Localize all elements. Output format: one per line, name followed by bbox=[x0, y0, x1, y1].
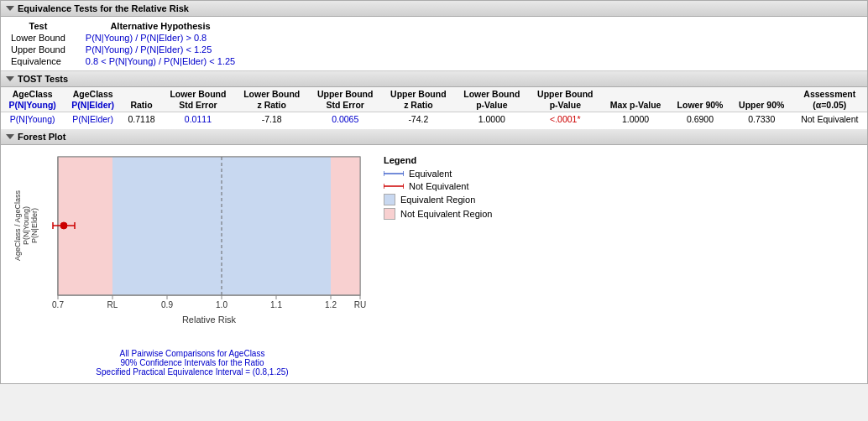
th-agecls1: AgeClassP(N|Young) bbox=[1, 87, 64, 112]
td-lower90: 0.6900 bbox=[669, 112, 731, 127]
legend-item-not-equivalent: Not Equivalent bbox=[384, 181, 492, 191]
tost-table: AgeClassP(N|Young) AgeClassP(N|Elder) Ra… bbox=[1, 87, 867, 126]
test-label-lb: Lower Bound bbox=[8, 32, 69, 44]
tost-section: TOST Tests AgeClassP(N|Young) AgeClassP(… bbox=[1, 71, 867, 126]
forest-plot-container: 0.7 RL 0.9 1.0 1.1 bbox=[8, 148, 377, 377]
test-label-ub: Upper Bound bbox=[8, 44, 69, 55]
forest-content: 0.7 RL 0.9 1.0 1.1 bbox=[1, 145, 867, 380]
td-assessment: Not Equivalent bbox=[792, 112, 867, 127]
main-container: Equivalence Tests for the Relative Risk … bbox=[0, 0, 868, 384]
td-upper90: 0.7330 bbox=[731, 112, 792, 127]
svg-text:RL: RL bbox=[107, 300, 118, 309]
th-agecls2: AgeClassP(N|Elder) bbox=[64, 87, 122, 112]
list-item: Upper Bound P(N|Young) / P(N|Elder) < 1.… bbox=[8, 44, 238, 55]
list-item: Lower Bound P(N|Young) / P(N|Elder) > 0.… bbox=[8, 32, 238, 44]
legend-title: Legend bbox=[384, 155, 492, 165]
td-ratio: 0.7118 bbox=[122, 112, 161, 127]
svg-text:Relative Risk: Relative Risk bbox=[182, 314, 237, 325]
th-assessment: Assessment(α=0.05) bbox=[792, 87, 867, 112]
svg-text:AgeClass / AgeClass: AgeClass / AgeClass bbox=[13, 190, 22, 262]
td-lb-zratio: -7.18 bbox=[235, 112, 309, 127]
forest-plot-header: Forest Plot bbox=[1, 129, 867, 145]
equivalence-tests-header: Equivalence Tests for the Relative Risk bbox=[1, 1, 867, 17]
td-ub-zratio: -74.2 bbox=[382, 112, 455, 127]
th-ub-zratio: Upper Boundz Ratio bbox=[382, 87, 455, 112]
th-upper90: Upper 90% bbox=[731, 87, 792, 112]
footnotes: All Pairwise Comparisons for AgeClass 90… bbox=[8, 349, 377, 377]
legend-box-notequiv-region bbox=[384, 208, 395, 220]
legend-item-equivalent: Equivalent bbox=[384, 169, 492, 179]
svg-text:1.1: 1.1 bbox=[270, 300, 282, 309]
th-max-pvalue: Max p-Value bbox=[602, 87, 669, 112]
svg-point-10 bbox=[60, 222, 67, 229]
legend-label-notequiv: Not Equivalent bbox=[409, 181, 469, 191]
svg-text:0.9: 0.9 bbox=[161, 300, 173, 309]
equivalence-tests-title: Equivalence Tests for the Relative Risk bbox=[18, 3, 189, 13]
td-lb-pvalue: 1.0000 bbox=[455, 112, 529, 127]
legend-label-equiv-region: Equivalent Region bbox=[400, 195, 475, 205]
test-label-eq: Equivalence bbox=[8, 55, 69, 67]
th-lb-zratio: Lower Boundz Ratio bbox=[235, 87, 309, 112]
svg-text:1.0: 1.0 bbox=[216, 300, 227, 309]
svg-text:0.7: 0.7 bbox=[52, 300, 64, 309]
footnote-3: Specified Practical Equivalence Interval… bbox=[8, 367, 377, 377]
forest-plot-svg: 0.7 RL 0.9 1.0 1.1 bbox=[8, 148, 377, 346]
list-item: Equivalence 0.8 < P(N|Young) / P(N|Elder… bbox=[8, 55, 238, 67]
hypothesis-eq: 0.8 < P(N|Young) / P(N|Elder) < 1.25 bbox=[69, 55, 238, 67]
th-lb-stderror: Lower BoundStd Error bbox=[161, 87, 235, 112]
td-agecls2: P(N|Elder) bbox=[64, 112, 122, 127]
legend-label-equiv: Equivalent bbox=[409, 169, 452, 179]
tost-tests-title: TOST Tests bbox=[18, 74, 68, 84]
th-lb-pvalue: Lower Boundp-Value bbox=[455, 87, 529, 112]
td-ub-stderror: 0.0065 bbox=[309, 112, 382, 127]
table-row: P(N|Young) P(N|Elder) 0.7118 0.0111 -7.1… bbox=[1, 112, 867, 127]
td-max-pvalue: 1.0000 bbox=[602, 112, 669, 127]
th-ratio: Ratio bbox=[122, 87, 161, 112]
td-lb-stderror: 0.0111 bbox=[161, 112, 235, 127]
legend-line-notequiv bbox=[384, 182, 404, 190]
col-hypothesis: Alternative Hypothesis bbox=[69, 20, 238, 32]
equivalence-tests-table: Test Alternative Hypothesis Lower Bound … bbox=[1, 17, 867, 71]
collapse-triangle-forest[interactable] bbox=[6, 134, 14, 139]
th-ub-pvalue: Upper Boundp-Value bbox=[529, 87, 602, 112]
hypothesis-ub: P(N|Young) / P(N|Elder) < 1.25 bbox=[69, 44, 238, 55]
svg-text:1.2: 1.2 bbox=[325, 300, 337, 309]
th-lower90: Lower 90% bbox=[669, 87, 731, 112]
forest-plot-title: Forest Plot bbox=[18, 132, 65, 142]
footnote-2: 90% Confidence Intervals for the Ratio bbox=[8, 358, 377, 367]
svg-text:RU: RU bbox=[354, 300, 366, 309]
td-agecls1: P(N|Young) bbox=[1, 112, 64, 127]
hypothesis-lb: P(N|Young) / P(N|Elder) > 0.8 bbox=[69, 32, 238, 44]
collapse-triangle-equiv[interactable] bbox=[6, 6, 14, 11]
footnote-1: All Pairwise Comparisons for AgeClass bbox=[8, 349, 377, 358]
svg-text:P(N|Elder): P(N|Elder) bbox=[30, 208, 39, 243]
forest-section: Forest Plot bbox=[1, 126, 867, 383]
legend-label-notequiv-region: Not Equivalent Region bbox=[400, 209, 492, 219]
tost-tests-header: TOST Tests bbox=[1, 71, 867, 87]
collapse-triangle-tost[interactable] bbox=[6, 76, 14, 81]
legend-line-equiv bbox=[384, 169, 404, 178]
th-ub-stderror: Upper BoundStd Error bbox=[309, 87, 382, 112]
legend-item-notequiv-region: Not Equivalent Region bbox=[384, 208, 492, 220]
svg-text:P(N|Young): P(N|Young) bbox=[22, 206, 30, 245]
svg-rect-3 bbox=[331, 157, 360, 295]
td-ub-pvalue: <.0001* bbox=[529, 112, 602, 127]
legend-box-equiv-region bbox=[384, 194, 395, 205]
legend-item-equiv-region: Equivalent Region bbox=[384, 194, 492, 205]
col-test: Test bbox=[8, 20, 69, 32]
legend-area: Legend Equivalent bbox=[377, 148, 499, 229]
